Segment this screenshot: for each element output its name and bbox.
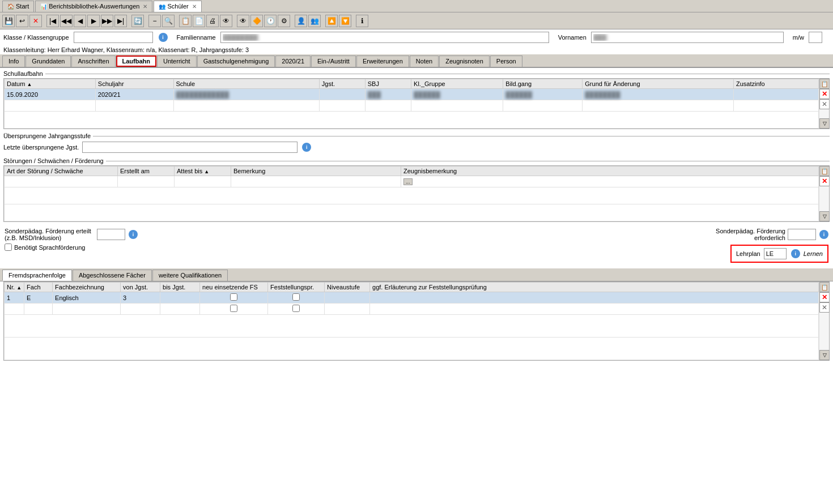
tab-info[interactable]: Info	[2, 55, 25, 67]
tab-person[interactable]: Person	[490, 55, 522, 67]
table-row[interactable]	[5, 304, 819, 315]
col-erstellt: Erstellt am	[118, 166, 175, 176]
tab-laufbahn[interactable]: Laufbahn	[116, 55, 157, 67]
klasse-info-btn[interactable]: i	[159, 33, 168, 42]
stoer-delete-btn[interactable]: ✕	[819, 176, 830, 186]
group-btn[interactable]: 👥	[308, 15, 321, 27]
schullaufbahn-delete-btn[interactable]: ✕	[819, 89, 830, 99]
table-row[interactable]	[5, 187, 819, 204]
mw-label: m/w	[793, 34, 804, 41]
schullaufbahn-scroll-btn[interactable]: ▽	[819, 118, 830, 129]
fs-edit-btn[interactable]: 📋	[819, 282, 830, 292]
tab-berichts-close[interactable]: ✕	[143, 3, 147, 10]
tab-unterricht[interactable]: Unterricht	[157, 55, 197, 67]
tab-erweiterungen[interactable]: Erweiterungen	[356, 55, 409, 67]
undo-btn[interactable]: ↩	[16, 15, 28, 27]
table-row[interactable]	[5, 204, 819, 221]
search-btn[interactable]: 🔍	[162, 15, 175, 27]
table-row[interactable]	[5, 100, 819, 112]
fs-spacer	[819, 313, 829, 350]
foerderung-erteilt-info[interactable]: i	[129, 230, 138, 239]
fs-x-btn[interactable]: ✕	[819, 302, 830, 313]
eye-btn[interactable]: 👁	[237, 15, 249, 27]
fs-neu-checkbox[interactable]	[230, 293, 237, 301]
prev-many-btn[interactable]: ◀◀	[60, 15, 73, 27]
sort-attest[interactable]: ▲	[204, 169, 209, 174]
table-row[interactable]: 1 E Englisch 3	[5, 292, 819, 304]
eye2-btn[interactable]: 🔶	[250, 15, 263, 27]
next-btn[interactable]: ▶	[87, 15, 100, 27]
foerderung-erforderlich-info[interactable]: i	[819, 230, 828, 239]
vornamen-label: Vornamen	[558, 34, 586, 41]
arrow-down-btn[interactable]: 🔽	[339, 15, 351, 27]
copy-btn[interactable]: 📋	[179, 15, 192, 27]
sprachfoerderung-checkbox[interactable]	[5, 244, 12, 251]
schullaufbahn-x-btn[interactable]: ✕	[819, 99, 830, 109]
sort-nr[interactable]: ▲	[16, 285, 22, 291]
mw-input[interactable]	[809, 32, 822, 43]
familienname-input[interactable]	[220, 32, 549, 43]
foerderung-erteilt-input[interactable]	[97, 229, 125, 240]
table-row[interactable]	[5, 112, 819, 129]
fs-scroll-btn[interactable]: ▽	[819, 350, 830, 360]
table-row[interactable]: ...	[5, 176, 819, 187]
minus-btn[interactable]: −	[148, 15, 161, 27]
lehrplan-label: Lehrplan	[736, 250, 760, 257]
settings-btn[interactable]: ⚙	[278, 15, 290, 27]
fs-festst-checkbox-2[interactable]	[292, 305, 300, 312]
tab-berichts[interactable]: 📊 Berichtsbibliothek-Auswertungen ✕	[35, 1, 152, 12]
delete-btn[interactable]: ✕	[29, 15, 42, 27]
prev-btn[interactable]: ◀	[74, 15, 86, 27]
refresh-btn[interactable]: 🔄	[131, 15, 144, 27]
top-form-area: Klasse / Klassengruppe i Familienname Vo…	[0, 29, 833, 54]
col-neu-fs: neu einsetzende FS	[200, 283, 268, 292]
foerderung-erforderlich-input[interactable]	[788, 229, 816, 240]
tab-schueler-close[interactable]: ✕	[192, 3, 197, 10]
tab-anschriften[interactable]: Anschriften	[71, 55, 115, 67]
tab-qualifikationen[interactable]: weitere Qualifikationen	[152, 270, 228, 281]
table-row[interactable]	[5, 315, 819, 338]
clock-btn[interactable]: 🕐	[264, 15, 277, 27]
tab-einaustritt[interactable]: Ein-/Austritt	[311, 55, 356, 67]
tab-start[interactable]: 🏠 Start	[2, 1, 34, 12]
lehrplan-info-btn[interactable]: i	[791, 249, 800, 258]
cell-jgst	[319, 89, 365, 100]
klasse-input[interactable]	[74, 32, 153, 43]
lehrplan-input[interactable]	[764, 248, 787, 259]
save-btn[interactable]: 💾	[2, 15, 15, 27]
tab-fremdsprachen[interactable]: Fremdsprachenfolge	[2, 270, 72, 281]
col-zusatz: Zusatzinfo	[733, 79, 818, 89]
preview-btn[interactable]: 👁	[220, 15, 232, 27]
table-row[interactable]: 15.09.2020 2020/21 ████████████ ███ ████…	[5, 89, 819, 100]
stoer-edit-btn[interactable]: 📋	[819, 166, 830, 176]
tab-schueler[interactable]: 👥 Schüler ✕	[154, 1, 201, 12]
paste-btn[interactable]: 📄	[193, 15, 205, 27]
info-toolbar-btn[interactable]: ℹ	[356, 15, 368, 27]
first-btn[interactable]: |◀	[46, 15, 59, 27]
user-btn[interactable]: 👤	[295, 15, 307, 27]
fs-delete-btn[interactable]: ✕	[819, 292, 830, 302]
sort-datum[interactable]: ▲	[27, 82, 32, 87]
tab-2020[interactable]: 2020/21	[275, 55, 311, 67]
tab-abgeschlossen[interactable]: Abgeschlossene Fächer	[73, 270, 152, 281]
vornamen-input[interactable]	[591, 32, 784, 43]
fs-neu-checkbox-2[interactable]	[230, 305, 237, 312]
print-btn[interactable]: 🖨	[206, 15, 219, 27]
arrow-up-btn[interactable]: 🔼	[325, 15, 338, 27]
letzte-info-btn[interactable]: i	[302, 143, 311, 152]
table-row[interactable]	[5, 338, 819, 360]
tab-zeugnisnoten[interactable]: Zeugnisnoten	[439, 55, 490, 67]
stoer-scroll-btn[interactable]: ▽	[819, 211, 830, 221]
fs-fach-2	[24, 304, 53, 315]
tab-grunddaten[interactable]: Grunddaten	[26, 55, 71, 67]
schullaufbahn-edit-btn[interactable]: 📋	[819, 79, 830, 89]
col-datum: Datum ▲	[5, 79, 96, 89]
next-many-btn[interactable]: ▶▶	[101, 15, 113, 27]
letzte-input[interactable]	[82, 142, 298, 153]
tab-gastschule[interactable]: Gastschulgenehmigung	[197, 55, 275, 67]
fs-festst-checkbox[interactable]	[292, 293, 300, 301]
fs-fach: E	[24, 292, 53, 304]
tab-noten[interactable]: Noten	[410, 55, 439, 67]
last-btn[interactable]: ▶|	[114, 15, 127, 27]
stoer-more-btn[interactable]: ...	[403, 178, 413, 185]
